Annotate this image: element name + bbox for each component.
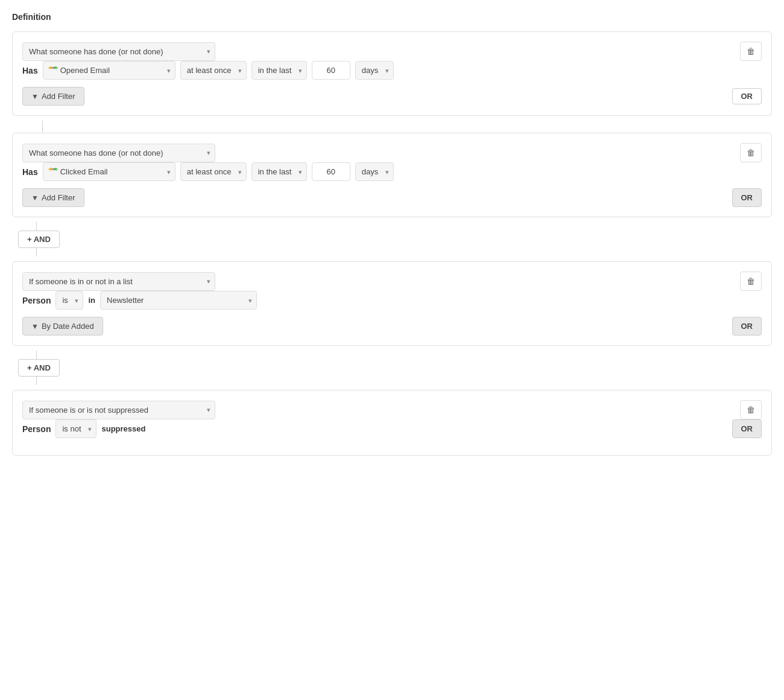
- block3-bydate-button[interactable]: ▼ By Date Added: [22, 317, 103, 336]
- condition-block-4: If someone is or is not suppressed 🗑 Per…: [12, 390, 772, 456]
- condition-block-3: If someone is in or not in a list 🗑 Pers…: [12, 261, 772, 346]
- block2-event-select[interactable]: Clicked Email: [43, 162, 175, 181]
- block3-condition-select[interactable]: is: [55, 291, 83, 310]
- block1-type-select-wrapper[interactable]: What someone has done (or not done): [22, 42, 215, 61]
- block3-bottom-row: ▼ By Date Added OR: [22, 317, 762, 336]
- filter-icon-2: ▼: [31, 194, 39, 202]
- and-line-1b: [36, 248, 37, 256]
- block1-timeperiod-wrapper[interactable]: in the last: [251, 61, 307, 80]
- block1-daysunit-select[interactable]: days: [355, 61, 394, 80]
- and-line-2: [36, 351, 37, 359]
- block4-type-row: If someone is or is not suppressed 🗑: [22, 400, 762, 419]
- and-line-2b: [36, 377, 37, 385]
- and-button-2[interactable]: + AND: [18, 359, 60, 377]
- block3-person-row: Person is in Newsletter: [22, 291, 762, 310]
- block1-add-filter-label: Add Filter: [42, 92, 75, 101]
- block2-daysunit-wrapper[interactable]: days: [355, 162, 394, 181]
- block2-has-row: Has Clicked Email at least once: [22, 162, 762, 181]
- block4-person-label: Person: [22, 424, 51, 434]
- delete-icon-1: 🗑: [747, 46, 755, 56]
- block1-event-select-wrapper[interactable]: Opened Email: [43, 61, 175, 80]
- block1-type-select[interactable]: What someone has done (or not done): [22, 42, 215, 61]
- block4-person-row: Person is not suppressed OR: [22, 419, 762, 438]
- block1-or-button[interactable]: OR: [732, 88, 762, 104]
- and-connector-1: + AND: [12, 222, 772, 256]
- block1-has-label: Has: [22, 66, 38, 75]
- delete-icon-2: 🗑: [747, 148, 755, 158]
- block4-condition-select[interactable]: is not: [55, 419, 96, 438]
- block3-condition-wrapper[interactable]: is: [55, 291, 83, 310]
- block3-bydate-label: By Date Added: [42, 322, 94, 331]
- block2-or-button[interactable]: OR: [732, 188, 762, 207]
- block1-frequency-wrapper[interactable]: at least once: [180, 61, 247, 80]
- condition-block-2: What someone has done (or not done) 🗑 Ha…: [12, 133, 772, 217]
- block2-add-filter-button[interactable]: ▼ Add Filter: [22, 188, 84, 207]
- block2-delete-button[interactable]: 🗑: [740, 143, 762, 162]
- block2-daysunit-select[interactable]: days: [355, 162, 394, 181]
- block3-in-label: in: [88, 296, 95, 305]
- block2-left: What someone has done (or not done): [22, 144, 740, 162]
- block2-event-select-wrapper[interactable]: Clicked Email: [43, 162, 175, 181]
- block4-condition-wrapper[interactable]: is not: [55, 419, 96, 438]
- block2-days-input[interactable]: [312, 162, 350, 181]
- block2-type-row: What someone has done (or not done) 🗑: [22, 143, 762, 162]
- delete-icon-4: 🗑: [747, 405, 755, 415]
- block4-left: If someone is or is not suppressed: [22, 401, 740, 419]
- filter-icon-3: ▼: [31, 322, 39, 331]
- block1-event-select[interactable]: Opened Email: [43, 61, 175, 80]
- block2-frequency-select[interactable]: at least once: [180, 162, 247, 181]
- block3-delete-button[interactable]: 🗑: [740, 272, 762, 291]
- block3-type-select[interactable]: If someone is in or not in a list: [22, 272, 215, 291]
- block2-type-select[interactable]: What someone has done (or not done): [22, 144, 215, 162]
- block2-add-filter-label: Add Filter: [42, 193, 75, 202]
- block1-has-row: Has Opened Email at least once: [22, 61, 762, 80]
- block2-frequency-wrapper[interactable]: at least once: [180, 162, 247, 181]
- block3-or-button[interactable]: OR: [732, 317, 762, 336]
- delete-icon-3: 🗑: [747, 276, 755, 286]
- and-connector-2: + AND: [12, 351, 772, 385]
- block4-suppressed-label: suppressed: [101, 424, 145, 433]
- block3-left: If someone is in or not in a list: [22, 272, 740, 291]
- block1-daysunit-wrapper[interactable]: days: [355, 61, 394, 80]
- block4-or-button[interactable]: OR: [732, 419, 762, 438]
- block1-left: What someone has done (or not done): [22, 42, 740, 61]
- block1-days-input[interactable]: [312, 61, 350, 80]
- block2-bottom-row: ▼ Add Filter OR: [22, 188, 762, 207]
- block4-type-select-wrapper[interactable]: If someone is or is not suppressed: [22, 401, 215, 419]
- block1-type-row: What someone has done (or not done) 🗑: [22, 42, 762, 61]
- block2-type-select-wrapper[interactable]: What someone has done (or not done): [22, 144, 215, 162]
- block3-type-select-wrapper[interactable]: If someone is in or not in a list: [22, 272, 215, 291]
- block1-frequency-select[interactable]: at least once: [180, 61, 247, 80]
- and-line-1: [36, 222, 37, 231]
- block3-list-wrapper[interactable]: Newsletter: [100, 291, 257, 310]
- and-button-1[interactable]: + AND: [18, 231, 60, 248]
- block3-type-row: If someone is in or not in a list 🗑: [22, 272, 762, 291]
- block1-timeperiod-select[interactable]: in the last: [251, 61, 307, 80]
- block1-delete-button[interactable]: 🗑: [740, 42, 762, 61]
- block1-bottom-row: ▼ Add Filter OR: [22, 87, 762, 106]
- block3-person-label: Person: [22, 296, 51, 305]
- block2-has-label: Has: [22, 167, 38, 177]
- filter-icon-1: ▼: [31, 92, 39, 101]
- block2-timeperiod-wrapper[interactable]: in the last: [251, 162, 307, 181]
- condition-block-1: What someone has done (or not done) 🗑 Ha…: [12, 31, 772, 116]
- block4-delete-button[interactable]: 🗑: [740, 400, 762, 419]
- block2-timeperiod-select[interactable]: in the last: [251, 162, 307, 181]
- page-title: Definition: [12, 12, 772, 22]
- block4-type-select[interactable]: If someone is or is not suppressed: [22, 401, 215, 419]
- block3-list-select[interactable]: Newsletter: [100, 291, 257, 310]
- or-connector-1: [24, 121, 772, 133]
- block1-add-filter-button[interactable]: ▼ Add Filter: [22, 87, 84, 106]
